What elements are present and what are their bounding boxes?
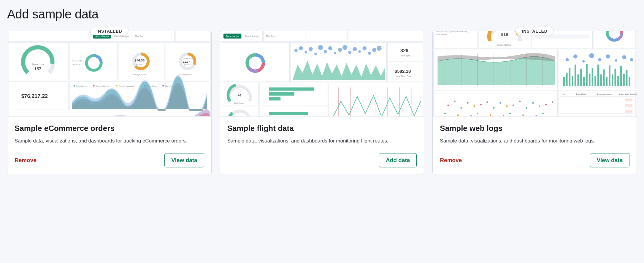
svg-rect-145	[563, 77, 565, 86]
svg-point-183	[457, 114, 459, 116]
svg-rect-226	[625, 110, 633, 113]
svg-text:per order: per order	[136, 63, 143, 65]
svg-text:$76,217.22: $76,217.22	[21, 93, 48, 99]
svg-point-88	[358, 50, 361, 53]
sample-data-cards-row: INSTALLED Sample eCommerce Data This das…	[7, 31, 637, 174]
svg-text:per order: per order	[184, 64, 191, 66]
svg-point-202	[519, 100, 521, 102]
svg-rect-167	[626, 70, 627, 86]
remove-button[interactable]: Remove	[440, 157, 462, 164]
svg-rect-157	[597, 65, 599, 86]
svg-rect-149	[575, 65, 576, 86]
svg-point-206	[532, 102, 534, 104]
svg-rect-151	[580, 69, 582, 86]
svg-text:our docs.: our docs.	[350, 31, 357, 31]
svg-text:Trxns / day: Trxns / day	[32, 63, 44, 66]
svg-text:Women's Clothing: Women's Clothing	[96, 85, 109, 87]
installed-badge: INSTALLED	[515, 27, 554, 35]
svg-point-77	[304, 51, 307, 53]
svg-point-78	[309, 47, 313, 51]
card-description: Sample data, visualizations, and dashboa…	[15, 137, 204, 145]
svg-point-81	[324, 50, 327, 53]
card-description: Sample data, visualizations, and dashboa…	[227, 137, 417, 145]
svg-text:Cancel changes: Cancel changes	[245, 35, 259, 37]
svg-rect-152	[583, 77, 585, 86]
svg-text:$74.36: $74.36	[134, 58, 145, 62]
svg-point-85	[342, 45, 347, 50]
svg-point-199	[510, 113, 511, 114]
svg-point-170	[573, 54, 578, 58]
card-ecommerce: INSTALLED Sample eCommerce Data This das…	[7, 31, 212, 174]
svg-text:Total Flights: Total Flights	[399, 55, 410, 57]
svg-rect-133	[535, 34, 589, 39]
svg-text:Total Delays: Total Delays	[234, 102, 244, 104]
svg-text:average spend: average spend	[133, 73, 147, 76]
svg-rect-147	[569, 68, 570, 86]
svg-rect-103	[269, 88, 314, 91]
svg-point-200	[513, 104, 514, 106]
svg-point-196	[500, 102, 501, 104]
svg-point-41	[73, 85, 75, 86]
svg-point-175	[615, 59, 617, 62]
svg-text:Apply changes: Apply changes	[226, 35, 239, 37]
svg-text:329: 329	[400, 48, 408, 53]
svg-rect-1	[8, 31, 90, 41]
svg-point-186	[467, 102, 469, 104]
svg-point-210	[545, 104, 547, 105]
svg-rect-51	[8, 111, 210, 116]
svg-point-182	[454, 100, 456, 102]
card-title: Sample flight data	[227, 124, 417, 133]
svg-point-76	[299, 46, 303, 50]
svg-text:Women's Accessories: Women's Accessories	[119, 85, 135, 87]
svg-rect-63	[348, 31, 423, 41]
svg-rect-178	[434, 90, 557, 116]
svg-rect-161	[609, 65, 610, 86]
add-data-button[interactable]: Add data	[379, 153, 417, 167]
svg-text:Unique Visits (Last Hour): Unique Visits (Last Hour)	[619, 93, 637, 95]
svg-text:Cancel changes: Cancel changes	[114, 35, 129, 37]
svg-text:$582.18: $582.18	[394, 69, 411, 74]
svg-text:Clear form: Clear form	[134, 35, 144, 37]
svg-rect-106	[329, 83, 423, 116]
svg-point-180	[448, 104, 449, 106]
svg-point-89	[362, 46, 367, 50]
svg-point-198	[506, 105, 508, 107]
svg-point-79	[314, 53, 317, 55]
svg-text:74: 74	[237, 93, 241, 97]
view-data-button[interactable]: View data	[164, 153, 204, 167]
svg-point-177	[630, 58, 633, 61]
svg-rect-105	[269, 97, 280, 100]
svg-point-208	[539, 105, 540, 107]
svg-text:819: 819	[501, 32, 508, 37]
remove-button[interactable]: Remove	[15, 157, 37, 164]
thumbnail-logs: Sample Logs Data This dashboard contains…	[433, 31, 637, 117]
svg-rect-153	[586, 64, 588, 86]
svg-point-171	[582, 60, 585, 62]
svg-rect-164	[617, 76, 619, 86]
installed-badge: INSTALLED	[90, 27, 129, 35]
card-title: Sample web logs	[440, 124, 629, 133]
svg-rect-224	[625, 99, 633, 102]
svg-text:Clear form: Clear form	[266, 35, 275, 37]
thumbnail-flights: Select... Select... Sample Flight data T…	[220, 31, 424, 117]
svg-rect-104	[269, 92, 294, 96]
svg-rect-12	[175, 31, 210, 41]
svg-rect-59	[306, 31, 347, 41]
svg-point-188	[474, 105, 475, 107]
svg-point-212	[552, 101, 553, 103]
page-title: Add sample data	[7, 7, 637, 21]
svg-rect-148	[572, 76, 573, 86]
svg-point-86	[348, 51, 351, 54]
view-data-button[interactable]: View data	[590, 153, 629, 167]
svg-rect-117	[269, 112, 308, 115]
svg-text:157: 157	[34, 67, 41, 71]
svg-point-45	[116, 85, 117, 86]
card-flights: Select... Select... Sample Flight data T…	[220, 31, 424, 174]
svg-point-194	[493, 107, 495, 108]
svg-text:check our docs.: check our docs.	[436, 33, 448, 35]
svg-rect-159	[603, 69, 605, 86]
svg-rect-162	[612, 75, 613, 86]
card-description: Sample data, visualizations, and dashboa…	[440, 137, 629, 145]
svg-rect-156	[595, 76, 596, 86]
svg-rect-155	[592, 68, 593, 86]
